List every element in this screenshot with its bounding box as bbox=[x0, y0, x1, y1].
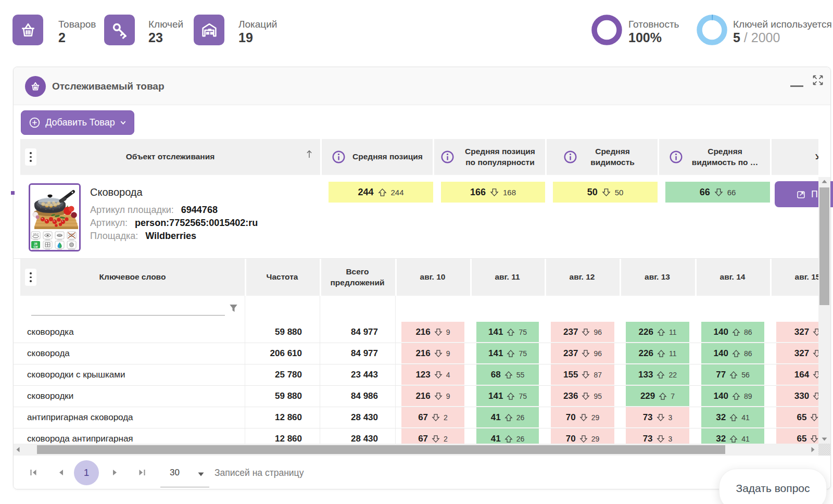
position-cell: 13322 bbox=[626, 364, 689, 385]
trend-arrow-icon bbox=[810, 413, 818, 422]
field-label: Площадка: bbox=[90, 230, 138, 243]
column-line bbox=[245, 407, 245, 428]
column-header-total-offers[interactable]: Всего предложений bbox=[320, 259, 395, 296]
filter-row bbox=[14, 296, 830, 322]
total-offers-cell: 23 443 bbox=[320, 364, 378, 385]
total-offers-cell: 84 986 bbox=[320, 386, 378, 407]
column-header-object[interactable]: Объект отслеживания bbox=[20, 139, 320, 175]
scroll-left-icon[interactable] bbox=[16, 444, 20, 456]
prev-page-icon[interactable] bbox=[58, 469, 64, 478]
product-row[interactable]: 28 CM Сковорода А bbox=[14, 175, 830, 259]
info-icon bbox=[669, 150, 683, 164]
column-line bbox=[395, 407, 396, 428]
column-header-date-aug14[interactable]: авг. 14 bbox=[695, 259, 770, 296]
add-product-button[interactable]: Добавить Товар bbox=[21, 110, 134, 135]
ask-question-button[interactable]: Задать вопрос bbox=[719, 469, 827, 504]
position-cell: 672 bbox=[401, 407, 464, 427]
keys-usage-donut bbox=[697, 15, 727, 47]
trend-arrow-icon bbox=[378, 188, 387, 197]
scroll-down-icon[interactable] bbox=[818, 437, 830, 441]
table-row[interactable]: сковорода 206 610 84 977 2169 14175 2379… bbox=[14, 343, 830, 364]
field-label: Артикул площадки: bbox=[90, 204, 174, 217]
stat-value-products: 2 bbox=[58, 30, 66, 45]
metric-avg-position-popularity: 166 168 bbox=[441, 182, 545, 203]
page-size-select[interactable]: 30 bbox=[160, 464, 209, 487]
kebab-menu-icon[interactable] bbox=[25, 148, 36, 166]
column-header-frequency[interactable]: Частота bbox=[245, 259, 320, 296]
position-cell: 14175 bbox=[476, 322, 539, 342]
minimize-icon[interactable] bbox=[790, 85, 803, 87]
frequency-cell: 59 880 bbox=[245, 322, 302, 343]
metric-avg-visibility-by: 66 66 bbox=[665, 182, 770, 203]
table-row[interactable]: сковородки 59 880 84 986 2169 14175 2369… bbox=[14, 386, 830, 407]
position-cell: 6855 bbox=[476, 364, 539, 385]
app: Товаров 2 Ключей 23 Локаций 19 Готовност… bbox=[0, 0, 833, 504]
table-row[interactable]: сковорода антипригарная 12 860 28 430 67… bbox=[14, 429, 830, 444]
column-header-avg-position[interactable]: Средняя позиция bbox=[322, 139, 433, 175]
column-line bbox=[245, 322, 245, 343]
trend-arrow-icon bbox=[732, 349, 740, 358]
column-header-date-aug12[interactable]: авг. 12 bbox=[545, 259, 620, 296]
column-line bbox=[245, 343, 245, 364]
trend-arrow-icon bbox=[657, 371, 665, 379]
row-selection-flag bbox=[11, 191, 15, 195]
trend-arrow-icon bbox=[507, 349, 515, 358]
trend-arrow-icon bbox=[657, 413, 665, 422]
column-header-avg-position-popularity[interactable]: Средняя позиция по популярности bbox=[434, 139, 545, 175]
metric-avg-position: 244 244 bbox=[329, 182, 433, 203]
trend-arrow-icon bbox=[582, 328, 590, 336]
column-line bbox=[245, 429, 245, 444]
column-line bbox=[395, 429, 396, 444]
trend-arrow-icon bbox=[579, 413, 588, 422]
page-number-button[interactable]: 1 bbox=[74, 460, 99, 485]
column-header-avg-visibility-by[interactable]: Средняя видимость по … bbox=[659, 139, 770, 175]
key-icon bbox=[104, 15, 135, 45]
trend-arrow-icon bbox=[432, 435, 440, 443]
column-header-date-aug13[interactable]: авг. 13 bbox=[620, 259, 695, 296]
stat-value-locations: 19 bbox=[238, 30, 253, 45]
filter-icon[interactable] bbox=[229, 304, 238, 315]
sort-asc-icon[interactable] bbox=[305, 149, 313, 161]
field-label: Артикул: bbox=[90, 217, 128, 230]
keyword-filter-input[interactable] bbox=[31, 300, 225, 316]
scroll-right-icon[interactable] bbox=[811, 444, 815, 456]
position-cell: 7029 bbox=[551, 429, 614, 444]
next-page-icon[interactable] bbox=[112, 469, 118, 478]
table-row[interactable]: сковородки с крышками 25 780 23 443 1234… bbox=[14, 364, 830, 386]
warehouse-icon bbox=[194, 15, 224, 45]
trend-arrow-icon bbox=[434, 371, 443, 379]
table-row[interactable]: антипригарная сковорода 12 860 28 430 67… bbox=[14, 407, 830, 429]
trend-arrow-icon bbox=[434, 349, 443, 358]
last-page-icon[interactable] bbox=[138, 469, 146, 478]
column-header-keyword[interactable]: Ключевое слово bbox=[20, 259, 245, 296]
trend-arrow-icon bbox=[507, 328, 515, 336]
table-row[interactable]: сковородка 59 880 84 977 2169 14175 2379… bbox=[14, 322, 830, 343]
position-cell: 22611 bbox=[626, 322, 689, 342]
frequency-cell: 12 860 bbox=[245, 429, 302, 444]
position-cell: 7756 bbox=[701, 364, 764, 385]
column-header-date-aug11[interactable]: авг. 11 bbox=[470, 259, 545, 296]
kebab-menu-icon[interactable] bbox=[25, 269, 36, 286]
horizontal-scrollbar[interactable] bbox=[14, 444, 818, 456]
add-product-label: Добавить Товар bbox=[45, 117, 115, 128]
expand-icon[interactable] bbox=[812, 74, 824, 86]
position-cell: 3241 bbox=[701, 429, 764, 444]
keyword-cell: антипригарная сковорода bbox=[27, 407, 133, 428]
product-image[interactable]: 28 CM bbox=[29, 183, 81, 251]
svg-text:CM: CM bbox=[34, 245, 38, 248]
column-separator bbox=[433, 139, 434, 175]
column-header-date-aug10[interactable]: авг. 10 bbox=[395, 259, 470, 296]
keyword-cell: сковородка bbox=[27, 322, 74, 343]
column-line bbox=[395, 322, 396, 343]
column-line bbox=[320, 364, 320, 385]
panel-header: Отслеживаемый товар bbox=[14, 67, 830, 105]
column-header-avg-visibility[interactable]: Средняя видимость bbox=[547, 139, 658, 175]
horizontal-scroll-thumb[interactable] bbox=[37, 445, 725, 454]
panel-title: Отслеживаемый товар bbox=[52, 81, 165, 92]
vertical-scroll-thumb[interactable] bbox=[819, 187, 829, 305]
scroll-up-icon[interactable] bbox=[818, 180, 830, 183]
readiness-value: 100% bbox=[628, 30, 662, 45]
first-page-icon[interactable] bbox=[30, 469, 37, 478]
position-cell: 15587 bbox=[551, 364, 614, 385]
vertical-scrollbar[interactable] bbox=[818, 177, 830, 444]
